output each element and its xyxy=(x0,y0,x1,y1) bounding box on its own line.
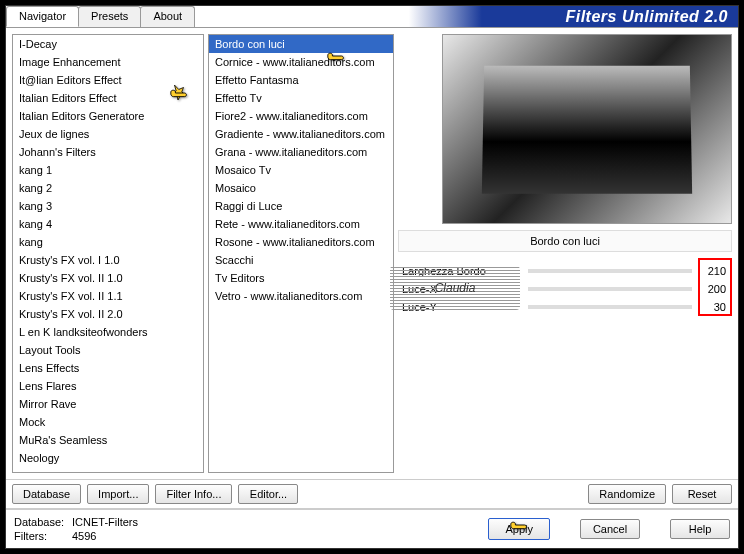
category-item[interactable]: Lens Effects xyxy=(13,359,203,377)
category-item[interactable]: kang 2 xyxy=(13,179,203,197)
category-item[interactable]: Krusty's FX vol. I 1.0 xyxy=(13,251,203,269)
status-db-label: Database: xyxy=(14,516,66,528)
category-item[interactable]: Neology xyxy=(13,449,203,467)
param-slider[interactable] xyxy=(528,305,692,309)
filter-item[interactable]: Fiore2 - www.italianeditors.com xyxy=(209,107,393,125)
button-row-top: Database Import... Filter Info... Editor… xyxy=(6,480,738,508)
filter-item[interactable]: Effetto Tv xyxy=(209,89,393,107)
filter-item[interactable]: Gradiente - www.italianeditors.com xyxy=(209,125,393,143)
filter-item[interactable]: Rosone - www.italianeditors.com xyxy=(209,233,393,251)
tab-bar: Navigator Presets About xyxy=(6,6,194,27)
titlebar: Navigator Presets About Filters Unlimite… xyxy=(6,6,738,28)
category-item[interactable]: Lens Flares xyxy=(13,377,203,395)
status-db-value: ICNET-Filters xyxy=(72,516,138,528)
status-filters-value: 4596 xyxy=(72,530,96,542)
param-label: Luce-X xyxy=(398,283,528,295)
effect-name: Bordo con luci xyxy=(398,230,732,252)
filter-item[interactable]: Raggi di Luce xyxy=(209,197,393,215)
category-item[interactable]: Image Enhancement xyxy=(13,53,203,71)
filter-item[interactable]: Effetto Fantasma xyxy=(209,71,393,89)
highlight-annotation xyxy=(698,258,732,316)
filter-item[interactable]: Grana - www.italianeditors.com xyxy=(209,143,393,161)
filter-item[interactable]: Cornice - www.italianeditors.com xyxy=(209,53,393,71)
param-panel: Larghezza Bordo210Luce-X200Luce-Y30 xyxy=(398,262,732,316)
category-item[interactable]: Jeux de lignes xyxy=(13,125,203,143)
filter-item[interactable]: Vetro - www.italianeditors.com xyxy=(209,287,393,305)
category-item[interactable]: L en K landksiteofwonders xyxy=(13,323,203,341)
randomize-button[interactable]: Randomize xyxy=(588,484,666,504)
reset-button[interactable]: Reset xyxy=(672,484,732,504)
filter-item[interactable]: Mosaico xyxy=(209,179,393,197)
app-title: Filters Unlimited 2.0 xyxy=(565,8,728,26)
category-item[interactable]: Nirvana xyxy=(13,467,203,472)
tab-navigator[interactable]: Navigator xyxy=(6,6,79,27)
param-slider[interactable] xyxy=(528,287,692,291)
category-item[interactable]: Krusty's FX vol. II 2.0 xyxy=(13,305,203,323)
filter-list[interactable]: Bordo con luciCornice - www.italianedito… xyxy=(208,34,394,473)
help-button[interactable]: Help xyxy=(670,519,730,539)
main-panel: I-DecayImage EnhancementIt@lian Editors … xyxy=(6,28,738,479)
database-button[interactable]: Database xyxy=(12,484,81,504)
filter-item[interactable]: Tv Editors xyxy=(209,269,393,287)
cancel-button[interactable]: Cancel xyxy=(580,519,640,539)
right-pane: Bordo con luci Larghezza Bordo210Luce-X2… xyxy=(398,34,732,473)
status-filters-label: Filters: xyxy=(14,530,66,542)
tab-about[interactable]: About xyxy=(140,6,195,27)
category-item[interactable]: I-Decay xyxy=(13,35,203,53)
filter-item[interactable]: Rete - www.italianeditors.com xyxy=(209,215,393,233)
category-item[interactable]: Italian Editors Effect xyxy=(13,89,203,107)
param-label: Luce-Y xyxy=(398,301,528,313)
import-button[interactable]: Import... xyxy=(87,484,149,504)
category-item[interactable]: Krusty's FX vol. II 1.1 xyxy=(13,287,203,305)
filter-item[interactable]: Mosaico Tv xyxy=(209,161,393,179)
category-item[interactable]: MuRa's Seamless xyxy=(13,431,203,449)
category-item[interactable]: Johann's Filters xyxy=(13,143,203,161)
param-row: Luce-Y30 xyxy=(398,298,726,316)
category-item[interactable]: kang 1 xyxy=(13,161,203,179)
category-item[interactable]: It@lian Editors Effect xyxy=(13,71,203,89)
category-item[interactable]: kang xyxy=(13,233,203,251)
category-item[interactable]: Krusty's FX vol. II 1.0 xyxy=(13,269,203,287)
filter-info-button[interactable]: Filter Info... xyxy=(155,484,232,504)
category-item[interactable]: kang 3 xyxy=(13,197,203,215)
param-slider[interactable] xyxy=(528,269,692,273)
filter-item[interactable]: Scacchi xyxy=(209,251,393,269)
category-item[interactable]: Mirror Rave xyxy=(13,395,203,413)
param-label: Larghezza Bordo xyxy=(398,265,528,277)
filter-item[interactable]: Bordo con luci xyxy=(209,35,393,53)
category-item[interactable]: Italian Editors Generatore xyxy=(13,107,203,125)
apply-button[interactable]: Apply xyxy=(488,518,550,540)
param-row: Larghezza Bordo210 xyxy=(398,262,726,280)
editor-button[interactable]: Editor... xyxy=(238,484,298,504)
category-item[interactable]: Layout Tools xyxy=(13,341,203,359)
param-row: Luce-X200 xyxy=(398,280,726,298)
tab-presets[interactable]: Presets xyxy=(78,6,141,27)
category-item[interactable]: Mock xyxy=(13,413,203,431)
category-item[interactable]: kang 4 xyxy=(13,215,203,233)
category-list[interactable]: I-DecayImage EnhancementIt@lian Editors … xyxy=(12,34,204,473)
status-bar: Database: ICNET-Filters Filters: 4596 Ap… xyxy=(6,509,738,548)
preview-image xyxy=(442,34,732,224)
